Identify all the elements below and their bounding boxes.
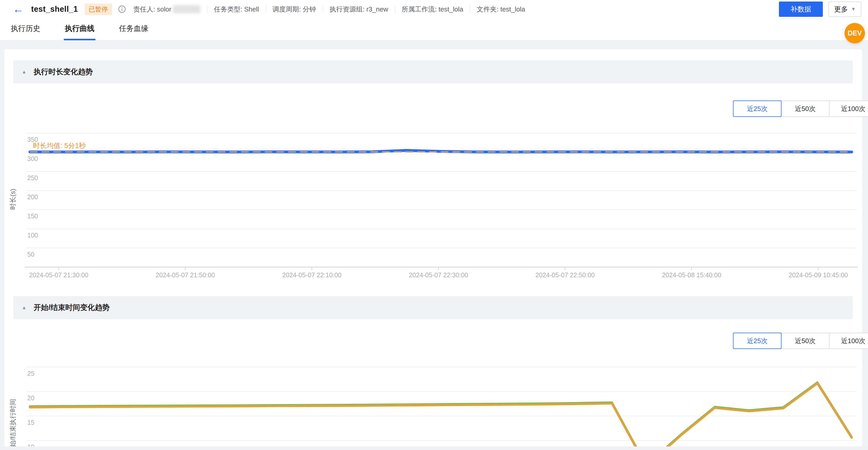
svg-text:200: 200	[27, 193, 38, 200]
tab-bar: 执行历史执行曲线任务血缘	[0, 19, 868, 40]
range-button-近100次[interactable]: 近100次	[829, 100, 868, 117]
range-button-近50次[interactable]: 近50次	[781, 100, 830, 117]
meta-separator	[470, 5, 470, 13]
panel-title: 开始/结束时间变化趋势	[34, 302, 110, 313]
svg-text:50: 50	[27, 251, 34, 258]
meta-separator	[322, 5, 323, 13]
tab-task-lineage[interactable]: 任务血缘	[118, 19, 150, 40]
range-button-近25次[interactable]: 近25次	[733, 100, 781, 117]
meta-separator	[266, 5, 266, 13]
topbar: ← test_shell_1 已暂停 责任人: solor任务类型: Shell…	[0, 0, 868, 19]
svg-text:300: 300	[27, 155, 38, 162]
svg-text:时长均值: 5分1秒: 时长均值: 5分1秒	[33, 142, 86, 150]
svg-text:2024-05-07 22:10:00: 2024-05-07 22:10:00	[282, 271, 341, 279]
svg-text:25: 25	[27, 370, 34, 377]
svg-text:2024-05-07 21:30:00: 2024-05-07 21:30:00	[29, 271, 88, 279]
svg-text:250: 250	[27, 174, 38, 181]
meta-item-2: 调度周期: 分钟	[273, 5, 316, 14]
charts-card: ▲ 执行时长变化趋势 近25次近50次近100次 350300250200150…	[4, 49, 862, 450]
svg-text:2024-05-07 22:50:00: 2024-05-07 22:50:00	[535, 271, 595, 279]
svg-text:2024-05-07 21:50:00: 2024-05-07 21:50:00	[156, 271, 215, 279]
chevron-down-icon: ▼	[851, 6, 856, 12]
svg-text:2024-05-07 22:30:00: 2024-05-07 22:30:00	[409, 271, 468, 279]
collapse-triangle-icon: ▲	[22, 305, 27, 311]
svg-text:2024-05-09 10:45:00: 2024-05-09 10:45:00	[788, 271, 848, 279]
duration-trend-chart: 350300250200150100502024-05-07 21:30:002…	[4, 118, 862, 281]
backfill-button[interactable]: 补数据	[779, 2, 823, 17]
range-button-近25次[interactable]: 近25次	[733, 333, 781, 349]
collapse-triangle-icon: ▲	[22, 69, 27, 75]
bottom-scroll-track[interactable]	[0, 446, 868, 450]
topbar-actions: 补数据 更多 ▼	[779, 2, 861, 17]
page-title: test_shell_1	[31, 5, 78, 14]
panel-header-start-end-trend[interactable]: ▲ 开始/结束时间变化趋势	[13, 296, 853, 319]
start-end-trend-chart: 25201510开始/结束执行时间	[4, 352, 862, 450]
back-arrow-icon[interactable]: ←	[13, 4, 24, 14]
task-meta: 责任人: solor任务类型: Shell调度周期: 分钟执行资源组: r3_n…	[133, 5, 525, 14]
more-button[interactable]: 更多 ▼	[829, 2, 861, 17]
tab-execution-history[interactable]: 执行历史	[10, 19, 41, 40]
range-selector-start-end: 近25次近50次近100次	[733, 333, 868, 349]
range-button-近100次[interactable]: 近100次	[829, 333, 868, 349]
svg-text:15: 15	[27, 419, 34, 426]
meta-item-1: 任务类型: Shell	[214, 5, 259, 14]
panel-header-duration-trend[interactable]: ▲ 执行时长变化趋势	[13, 60, 853, 84]
page-content: ▲ 执行时长变化趋势 近25次近50次近100次 350300250200150…	[0, 40, 868, 450]
meta-item-4: 所属工作流: test_lola	[402, 5, 463, 14]
svg-text:开始/结束执行时间: 开始/结束执行时间	[9, 399, 17, 450]
meta-separator	[207, 5, 207, 13]
range-button-近50次[interactable]: 近50次	[781, 333, 830, 349]
meta-item-5: 文件夹: test_lola	[477, 5, 525, 14]
meta-item-3: 执行资源组: r3_new	[330, 5, 388, 14]
svg-text:20: 20	[27, 394, 34, 401]
svg-text:100: 100	[27, 232, 38, 239]
svg-text:150: 150	[27, 213, 38, 220]
meta-item-0: 责任人: solor	[133, 5, 200, 14]
panel-title: 执行时长变化趋势	[34, 67, 93, 77]
owner-name-redacted	[173, 5, 200, 13]
status-badge: 已暂停	[85, 4, 112, 15]
env-badge-dev[interactable]: DEV	[844, 23, 865, 43]
svg-text:2024-05-08 15:40:00: 2024-05-08 15:40:00	[662, 271, 721, 279]
more-button-label: 更多	[834, 5, 848, 14]
info-icon[interactable]	[118, 5, 126, 13]
svg-text:时长(s): 时长(s)	[9, 189, 17, 210]
tab-execution-curve[interactable]: 执行曲线	[64, 19, 95, 40]
range-selector-duration: 近25次近50次近100次	[733, 100, 868, 117]
